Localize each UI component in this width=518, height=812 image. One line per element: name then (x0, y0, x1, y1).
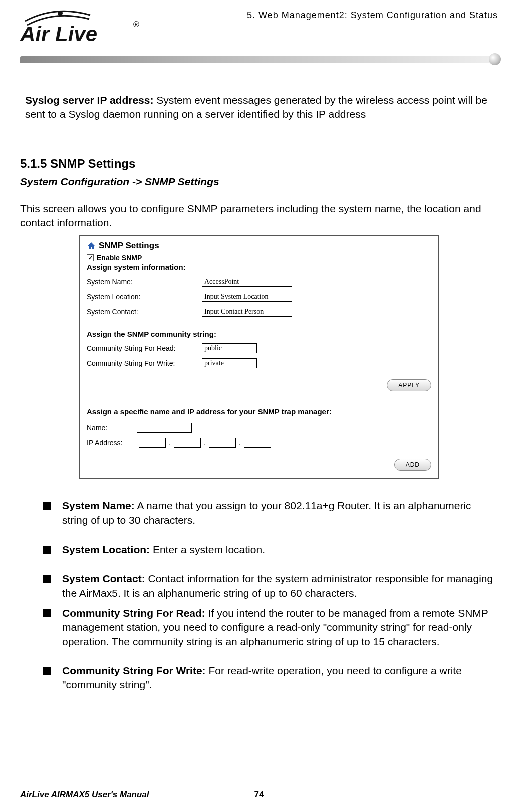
svg-point-0 (58, 11, 63, 16)
community-write-label: Community String For Write: (87, 359, 202, 367)
header-divider (20, 56, 498, 63)
list-item: System Name: A name that you assign to y… (43, 499, 498, 527)
home-icon (87, 241, 96, 250)
system-location-input[interactable] (202, 292, 292, 302)
svg-text:®: ® (133, 20, 139, 29)
trap-heading: Assign a specific name and IP address fo… (87, 407, 431, 416)
enable-snmp-label: Enable SNMP (97, 254, 142, 262)
bullet-label: System Name: (62, 500, 135, 511)
section-intro: This screen allows you to configure SNMP… (20, 202, 498, 230)
trap-name-label: Name: (87, 424, 137, 432)
list-item: System Location: Enter a system location… (43, 543, 498, 557)
system-contact-input[interactable] (202, 307, 292, 317)
community-write-input[interactable] (202, 358, 257, 368)
section-heading: 5.1.5 SNMP Settings (20, 157, 498, 171)
ip-octet-2[interactable] (174, 438, 201, 448)
footer-page-number: 74 (254, 790, 264, 800)
brand-logo: Air Live ® (20, 10, 150, 50)
ip-dot: . (203, 439, 207, 447)
add-button[interactable]: ADD (394, 459, 431, 471)
bullet-label: Community String For Read: (62, 607, 205, 619)
bullet-text: Enter a system location. (150, 544, 265, 555)
community-read-label: Community String For Read: (87, 344, 202, 352)
panel-title-text: SNMP Settings (99, 241, 159, 251)
syslog-paragraph: Syslog server IP address: System event m… (20, 93, 498, 122)
bullet-label: System Contact: (62, 573, 145, 584)
community-read-input[interactable] (202, 343, 257, 353)
ip-octet-1[interactable] (139, 438, 166, 448)
community-heading: Assign the SNMP community string: (87, 330, 431, 338)
system-name-input[interactable] (202, 277, 292, 287)
svg-text:Air Live: Air Live (20, 22, 97, 46)
trap-ip-label: IP Address: (87, 439, 137, 447)
bullet-label: Community String For Write: (62, 665, 206, 676)
list-item: Community String For Read: If you intend… (43, 606, 498, 649)
chapter-reference: 5. Web Management2: System Configuration… (247, 10, 498, 21)
panel-title: SNMP Settings (87, 241, 431, 251)
enable-snmp-checkbox[interactable]: ✓ (87, 254, 94, 261)
bullet-label: System Location: (62, 544, 150, 555)
ip-octet-4[interactable] (244, 438, 271, 448)
assign-info-heading: Assign system information: (87, 263, 431, 272)
footer-manual-title: AirLive AIRMAX5 User's Manual (20, 790, 149, 800)
ip-dot: . (238, 439, 242, 447)
snmp-settings-panel: SNMP Settings ✓ Enable SNMP Assign syste… (79, 235, 439, 479)
list-item: System Contact: Contact information for … (43, 572, 498, 600)
syslog-label: Syslog server IP address: (25, 94, 153, 106)
system-contact-label: System Contact: (87, 308, 202, 316)
breadcrumb: System Configuration -> SNMP Settings (20, 176, 498, 188)
list-item: Community String For Write: For read-wri… (43, 664, 498, 692)
system-location-label: System Location: (87, 293, 202, 301)
apply-button[interactable]: APPLY (387, 379, 431, 391)
ip-dot: . (168, 439, 172, 447)
system-name-label: System Name: (87, 278, 202, 286)
ip-octet-3[interactable] (209, 438, 236, 448)
trap-name-input[interactable] (137, 423, 192, 433)
bullet-list: System Name: A name that you assign to y… (20, 499, 498, 692)
